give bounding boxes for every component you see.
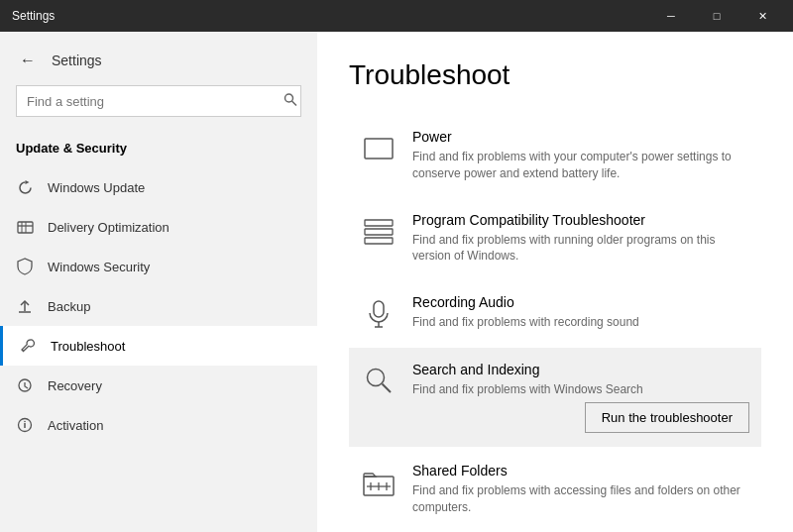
search-button[interactable]	[283, 93, 297, 110]
activation-icon	[16, 416, 34, 434]
sidebar-item-label: Recovery	[48, 378, 102, 393]
sidebar-item-activation[interactable]: Activation	[0, 405, 317, 445]
troubleshoot-item-power[interactable]: Power Find and fix problems with your co…	[349, 115, 761, 196]
troubleshoot-power-text: Power Find and fix problems with your co…	[412, 129, 749, 182]
run-troubleshooter-button[interactable]: Run the troubleshooter	[585, 402, 749, 433]
troubleshoot-item-search-indexing[interactable]: Search and Indexing Find and fix problem…	[349, 348, 761, 447]
troubleshoot-search-text: Search and Indexing Find and fix problem…	[412, 362, 749, 433]
titlebar-controls: ─ □ ✕	[648, 0, 785, 32]
sidebar-item-label: Backup	[48, 299, 90, 314]
main-container: ← Settings Update & Security Windows Upd…	[0, 32, 793, 532]
troubleshoot-shared-name: Shared Folders	[412, 463, 749, 479]
svg-rect-14	[365, 238, 393, 244]
troubleshoot-program-desc: Find and fix problems with running older…	[412, 232, 749, 266]
troubleshoot-shared-text: Shared Folders Find and fix problems wit…	[412, 463, 749, 516]
sidebar-item-label: Activation	[48, 418, 103, 433]
close-button[interactable]: ✕	[739, 0, 785, 32]
shield-icon	[16, 258, 34, 275]
sidebar-item-windows-update[interactable]: Windows Update	[0, 167, 317, 207]
troubleshoot-program-name: Program Compatibility Troubleshooter	[412, 212, 749, 228]
search-container	[16, 85, 301, 117]
program-icon	[361, 214, 396, 250]
sidebar-item-label: Windows Update	[48, 180, 145, 195]
sidebar-top: ← Settings	[0, 32, 317, 81]
wrench-icon	[19, 337, 37, 355]
search-indexing-icon	[361, 364, 396, 399]
troubleshoot-program-text: Program Compatibility Troubleshooter Fin…	[412, 212, 749, 266]
svg-rect-13	[365, 229, 393, 235]
selected-actions: Run the troubleshooter	[412, 402, 749, 433]
troubleshoot-power-desc: Find and fix problems with your computer…	[412, 149, 749, 182]
content-area: Troubleshoot Power Find and fix problems…	[317, 32, 793, 532]
sidebar-item-recovery[interactable]: Recovery	[0, 366, 317, 405]
backup-icon	[16, 297, 34, 315]
troubleshoot-item-shared-folders[interactable]: Shared Folders Find and fix problems wit…	[349, 449, 761, 530]
search-input[interactable]	[16, 85, 301, 117]
troubleshoot-search-desc: Find and fix problems with Windows Searc…	[412, 381, 749, 398]
microphone-icon	[361, 296, 396, 332]
troubleshoot-shared-desc: Find and fix problems with accessing fil…	[412, 482, 749, 516]
troubleshoot-item-recording-audio[interactable]: Recording Audio Find and fix problems wi…	[349, 280, 761, 346]
troubleshoot-search-name: Search and Indexing	[412, 362, 749, 377]
shared-folders-icon	[361, 465, 396, 500]
svg-point-0	[285, 94, 293, 102]
minimize-button[interactable]: ─	[648, 0, 694, 32]
troubleshoot-audio-text: Recording Audio Find and fix problems wi…	[412, 294, 749, 331]
troubleshoot-item-program-compatibility[interactable]: Program Compatibility Troubleshooter Fin…	[349, 198, 761, 279]
delivery-icon	[16, 218, 34, 236]
sidebar-app-title: Settings	[52, 53, 102, 68]
titlebar-title: Settings	[12, 9, 55, 23]
power-icon	[361, 131, 396, 166]
troubleshoot-power-name: Power	[412, 129, 749, 145]
svg-rect-12	[365, 220, 393, 226]
svg-line-19	[383, 384, 392, 393]
sidebar-item-backup[interactable]: Backup	[0, 286, 317, 326]
back-button[interactable]: ←	[16, 48, 40, 73]
search-icon	[283, 93, 297, 107]
sidebar-item-label: Delivery Optimization	[48, 220, 170, 235]
sidebar-item-troubleshoot[interactable]: Troubleshoot	[0, 326, 317, 366]
sidebar: ← Settings Update & Security Windows Upd…	[0, 32, 317, 532]
sidebar-section-title: Update & Security	[0, 133, 317, 167]
sidebar-item-label: Windows Security	[48, 260, 150, 274]
troubleshoot-audio-desc: Find and fix problems with recording sou…	[412, 314, 749, 331]
titlebar-left: Settings	[12, 9, 55, 23]
svg-rect-11	[365, 139, 393, 159]
refresh-icon	[16, 178, 34, 196]
svg-point-10	[24, 421, 26, 423]
troubleshoot-audio-name: Recording Audio	[412, 294, 749, 310]
sidebar-item-windows-security[interactable]: Windows Security	[0, 247, 317, 286]
svg-rect-15	[374, 301, 384, 317]
maximize-button[interactable]: □	[694, 0, 739, 32]
recovery-icon	[16, 376, 34, 394]
svg-point-18	[368, 370, 385, 386]
page-title: Troubleshoot	[349, 59, 761, 91]
sidebar-item-label: Troubleshoot	[51, 339, 125, 354]
sidebar-item-delivery-optimization[interactable]: Delivery Optimization	[0, 207, 317, 247]
titlebar: Settings ─ □ ✕	[0, 0, 793, 32]
svg-line-1	[292, 101, 297, 106]
